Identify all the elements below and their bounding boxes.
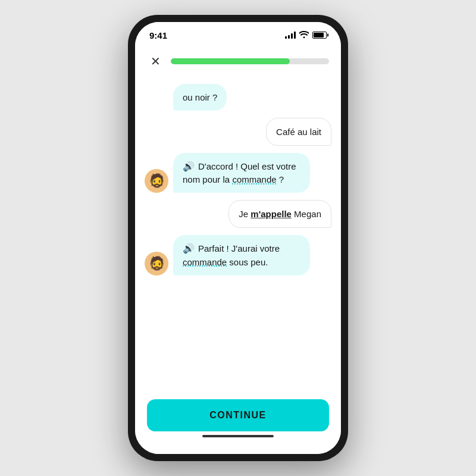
close-button[interactable]: ✕ bbox=[147, 53, 164, 70]
status-icons bbox=[285, 31, 327, 40]
message-text: Café au lait bbox=[276, 127, 321, 137]
bot-bubble: 🔊Parfait ! J'aurai votre commande sous p… bbox=[173, 235, 310, 275]
message-row: ou noir ? bbox=[145, 84, 331, 111]
status-bar: 9:41 bbox=[135, 22, 341, 48]
close-icon: ✕ bbox=[151, 55, 161, 67]
bot-bubble: 🔊D'accord ! Quel est votre nom pour la c… bbox=[173, 153, 310, 193]
message-row: Café au lait bbox=[145, 118, 331, 146]
avatar-placeholder bbox=[145, 87, 168, 111]
message-row: 🧔 🔊Parfait ! J'aurai votre commande sous… bbox=[145, 235, 331, 275]
message-text: Je m'appelle Megan bbox=[239, 209, 321, 219]
message-text: 🔊Parfait ! J'aurai votre commande sous p… bbox=[183, 243, 280, 267]
user-bubble: Café au lait bbox=[266, 118, 331, 146]
bot-bubble-partial: ou noir ? bbox=[173, 84, 227, 111]
wifi-icon bbox=[299, 31, 309, 40]
message-text: ou noir ? bbox=[183, 92, 217, 102]
message-row: 🧔 🔊D'accord ! Quel est votre nom pour la… bbox=[145, 153, 331, 193]
phone-screen: 9:41 ✕ bbox=[135, 22, 341, 454]
signal-icon bbox=[285, 32, 296, 39]
app-header: ✕ bbox=[135, 48, 341, 77]
chat-area: ou noir ? Café au lait 🧔 🔊D'accord ! Que… bbox=[135, 77, 341, 390]
avatar: 🧔 bbox=[145, 169, 168, 193]
battery-icon bbox=[312, 32, 327, 39]
bottom-area: CONTINUE bbox=[135, 390, 341, 454]
status-time: 9:41 bbox=[149, 30, 167, 40]
speaker-icon[interactable]: 🔊 bbox=[183, 242, 195, 255]
message-row: Je m'appelle Megan bbox=[145, 200, 331, 228]
speaker-icon[interactable]: 🔊 bbox=[183, 160, 195, 173]
phone-frame: 9:41 ✕ bbox=[128, 15, 348, 461]
home-indicator bbox=[202, 435, 274, 437]
progress-bar bbox=[171, 58, 329, 64]
avatar: 🧔 bbox=[145, 252, 168, 275]
message-text: 🔊D'accord ! Quel est votre nom pour la c… bbox=[183, 161, 296, 184]
user-bubble: Je m'appelle Megan bbox=[228, 200, 331, 228]
progress-fill bbox=[171, 58, 290, 64]
continue-button[interactable]: CONTINUE bbox=[147, 399, 329, 431]
